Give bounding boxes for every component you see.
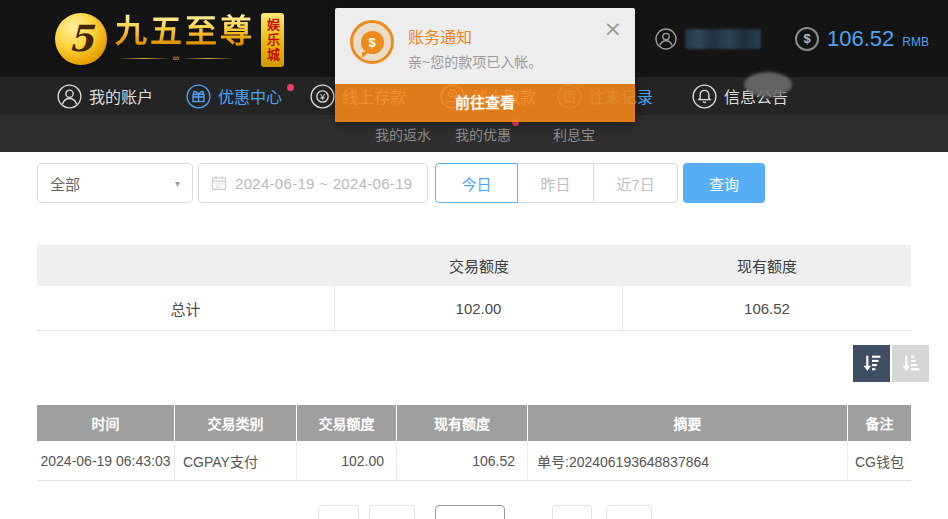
last7days-button[interactable]: 近7日 — [593, 163, 678, 203]
summary-header-row: 交易额度 现有额度 — [37, 245, 911, 286]
pagination — [0, 505, 948, 519]
nav-item-my-account[interactable]: 我的账户 — [57, 77, 153, 115]
notification-title: 账务通知 — [408, 24, 472, 48]
gift-icon — [186, 84, 211, 109]
promotions-badge-dot — [287, 84, 294, 91]
type-select-value: 全部 — [50, 173, 80, 194]
sort-desc-icon — [860, 352, 883, 375]
deposit-icon: ¥ — [310, 84, 335, 109]
today-button[interactable]: 今日 — [435, 163, 518, 203]
sort-ascending-button[interactable] — [892, 345, 929, 382]
date-range-input[interactable]: 2024-06-19 ~ 2024-06-19 — [198, 163, 428, 203]
summary-header-transaction: 交易额度 — [335, 245, 623, 286]
pagination-button[interactable] — [318, 505, 359, 519]
subnav-label: 我的优惠 — [455, 124, 511, 144]
account-icon — [57, 84, 82, 109]
calendar-icon — [211, 175, 227, 191]
table-row: 2024-06-19 06:43:03 CGPAY支付 102.00 106.5… — [37, 441, 911, 481]
pagination-current[interactable] — [435, 505, 505, 519]
date-range-value: 2024-06-19 ~ 2024-06-19 — [235, 175, 412, 192]
logo-title: 九五至尊 — [115, 11, 255, 51]
col-header-summary: 摘要 — [528, 405, 848, 441]
balance-display[interactable]: $ 106.52 RMB — [795, 0, 929, 77]
logo-flourish: ∞ — [118, 52, 234, 64]
nav-label: 我的账户 — [89, 84, 153, 108]
bell-icon — [692, 84, 717, 109]
pagination-button[interactable] — [369, 505, 415, 519]
col-header-type: 交易类别 — [175, 405, 297, 441]
username-censored — [685, 29, 761, 49]
type-select[interactable]: 全部 ▾ — [37, 163, 193, 203]
dollar-icon: $ — [795, 27, 819, 51]
query-button[interactable]: 查询 — [683, 163, 765, 203]
yesterday-button[interactable]: 昨日 — [517, 163, 594, 203]
user-account[interactable] — [655, 0, 761, 77]
summary-total-label: 总计 — [37, 286, 335, 330]
user-icon — [655, 28, 677, 50]
sort-descending-button[interactable] — [853, 345, 890, 382]
balance-currency: RMB — [902, 35, 929, 49]
sort-controls — [853, 345, 929, 382]
svg-text:¥: ¥ — [319, 91, 326, 101]
col-header-amount: 交易额度 — [297, 405, 397, 441]
notification-message: 亲~您的款项已入帐。 — [408, 51, 542, 71]
cell-type: CGPAY支付 — [175, 441, 297, 480]
subnav-label: 利息宝 — [553, 124, 595, 144]
col-header-time: 时间 — [37, 405, 175, 441]
summary-total-row: 总计 102.00 106.52 — [37, 286, 911, 331]
notification-action-button[interactable]: 前往查看 — [335, 84, 635, 122]
cell-amount: 102.00 — [297, 441, 397, 480]
logo-badge: 娱乐城 — [261, 13, 284, 67]
records-table: 时间 交易类别 交易额度 现有额度 摘要 备注 2024-06-19 06:43… — [37, 405, 911, 481]
nav-label: 优惠中心 — [218, 84, 282, 108]
pagination-button[interactable] — [552, 505, 592, 519]
summary-table: 交易额度 现有额度 总计 102.00 106.52 — [37, 245, 911, 331]
cell-remark: CG钱包 — [848, 441, 911, 480]
records-header-row: 时间 交易类别 交易额度 现有额度 摘要 备注 — [37, 405, 911, 441]
subnav-label: 我的返水 — [375, 124, 431, 144]
balance-amount: 106.52 — [827, 26, 894, 52]
censor-blob — [744, 72, 792, 97]
sort-asc-icon — [899, 352, 922, 375]
summary-header-empty — [37, 245, 335, 286]
quick-date-buttons: 今日 昨日 近7日 — [435, 163, 678, 203]
money-message-icon: $ — [350, 20, 394, 64]
summary-total-transaction: 102.00 — [335, 286, 623, 330]
pagination-button[interactable] — [606, 505, 652, 519]
chevron-down-icon: ▾ — [175, 178, 180, 189]
summary-total-balance: 106.52 — [623, 286, 911, 330]
notification-body: $ 账务通知 亲~您的款项已入帐。 × — [335, 8, 635, 84]
close-icon[interactable]: × — [604, 18, 622, 40]
notification-popup: $ 账务通知 亲~您的款项已入帐。 × 前往查看 — [335, 8, 635, 122]
cell-balance: 106.52 — [397, 441, 528, 480]
logo-coin-icon: 5 — [55, 13, 107, 65]
cell-time: 2024-06-19 06:43:03 — [37, 441, 175, 480]
summary-header-balance: 现有额度 — [623, 245, 911, 286]
cell-summary: 单号:202406193648837864 — [528, 441, 848, 480]
col-header-balance: 现有额度 — [397, 405, 528, 441]
col-header-remark: 备注 — [848, 405, 911, 441]
nav-item-promotions[interactable]: 优惠中心 — [186, 77, 294, 115]
